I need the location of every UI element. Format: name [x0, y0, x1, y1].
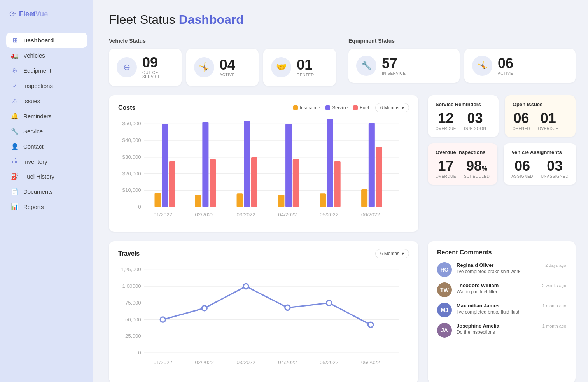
issues-icon: ⚠	[11, 97, 19, 105]
svg-text:05/2022: 05/2022	[320, 212, 338, 217]
svg-rect-29	[327, 119, 333, 207]
service-reminders-numbers: 12 OVERDUE 03 DUE SOON	[436, 111, 491, 131]
vehicle-status-card-2: 🤝 01 RENTED	[263, 49, 336, 86]
open-issues-opened: 06 OPENED	[513, 111, 530, 131]
sidebar-item-label: Inspections	[23, 82, 53, 89]
comments-list: RO Reginald Oliver 2 days ago I've compl…	[437, 262, 566, 338]
svg-text:$30,000: $30,000	[122, 154, 141, 160]
comment-text-0: I've completed brake shift work	[457, 269, 566, 274]
sidebar-item-fuel-history[interactable]: ⛽ Fuel History	[6, 169, 87, 184]
comment-body-3: Josephine Amelia 1 month ago Do the insp…	[457, 323, 566, 335]
sidebar-item-service[interactable]: 🔧 Service	[6, 124, 87, 139]
logo-text: FleetVue	[19, 10, 48, 18]
costs-dropdown[interactable]: 6 Months ▾	[375, 103, 409, 112]
inventory-icon: 🏛	[11, 158, 19, 165]
service-reminders-overdue: 12 OVERDUE	[436, 111, 456, 131]
comment-avatar-0: RO	[437, 262, 452, 277]
overdue-inspections-numbers: 17 OVERDUE 98% SCHEDULED	[436, 159, 490, 179]
sidebar-item-equipment[interactable]: ⚙ Equipment	[6, 63, 87, 78]
svg-rect-16	[195, 195, 201, 207]
sidebar-item-vehicles[interactable]: 🚛 Vehicles	[6, 48, 87, 63]
documents-icon: 📄	[11, 188, 19, 195]
legend-item-service: Service	[326, 105, 348, 110]
vehicles-icon: 🚛	[11, 52, 19, 59]
svg-text:$10,000: $10,000	[122, 187, 141, 193]
equipment-status-card-0: 🔧 57 IN SERVICE	[348, 49, 460, 83]
travels-dropdown[interactable]: 6 Months ▾	[375, 249, 409, 258]
costs-chart-header: Costs Insurance Service Fuel 6 Months ▾	[118, 103, 409, 112]
dashboard-icon: ⊞	[11, 37, 19, 44]
overdue-inspections-overdue: 17 OVERDUE	[436, 159, 456, 179]
svg-text:0: 0	[138, 350, 141, 356]
service-legend-dot	[326, 105, 330, 110]
comment-name-1: Theodore William	[457, 282, 499, 288]
contact-icon: 👤	[11, 143, 19, 150]
sidebar-item-inspections[interactable]: ✓ Inspections	[6, 78, 87, 93]
equipment-status-icon-0: 🔧	[356, 56, 376, 76]
sidebar-item-dashboard[interactable]: ⊞ Dashboard	[6, 33, 87, 48]
vehicle-assignments-assigned: 06 ASSIGNED	[511, 159, 533, 179]
sidebar-item-inventory[interactable]: 🏛 Inventory	[6, 154, 87, 169]
vehicle-status-number-0: 09	[142, 56, 174, 70]
comment-item-1: TW Theodore William 2 weeks ago Waiting …	[437, 282, 566, 297]
comment-avatar-1: TW	[437, 282, 452, 297]
panels-row-2: Overdue Inspections 17 OVERDUE 98% SCHED…	[428, 143, 576, 185]
svg-rect-21	[244, 121, 250, 207]
sidebar-item-documents[interactable]: 📄 Documents	[6, 184, 87, 199]
comment-name-2: Maximilian James	[457, 303, 500, 308]
svg-text:25,000: 25,000	[125, 333, 141, 339]
comment-avatar-3: JA	[437, 323, 452, 338]
sidebar-item-issues[interactable]: ⚠ Issues	[6, 93, 87, 109]
equipment-status-label: Equipment Status	[348, 38, 576, 44]
svg-rect-30	[334, 161, 341, 207]
comments-title: Recent Comments	[437, 249, 566, 256]
legend-item-insurance: Insurance	[293, 105, 320, 110]
overdue-inspections-card: Overdue Inspections 17 OVERDUE 98% SCHED…	[428, 143, 497, 185]
svg-rect-34	[376, 147, 382, 207]
fuel-legend-label: Fuel	[360, 105, 369, 110]
svg-text:01/2022: 01/2022	[154, 360, 172, 366]
svg-rect-26	[293, 159, 299, 207]
svg-rect-14	[169, 161, 175, 207]
comment-time-2: 1 month ago	[542, 303, 566, 308]
sidebar-item-contact[interactable]: 👤 Contact	[6, 139, 87, 154]
vehicle-status-section: Vehicle Status ⊖ 09 OUT OF SERVICE 🤸 04 …	[109, 38, 336, 86]
svg-rect-32	[361, 189, 368, 207]
insurance-legend-dot	[293, 105, 298, 110]
vehicle-status-icon-2: 🤝	[271, 57, 291, 77]
equipment-icon: ⚙	[11, 67, 19, 74]
svg-point-50	[243, 284, 248, 289]
svg-rect-18	[210, 159, 216, 207]
sidebar-item-label: Inventory	[23, 158, 47, 165]
fuel-history-icon: ⛽	[11, 173, 19, 180]
sidebar-item-label: Equipment	[23, 67, 51, 74]
fuel-legend-dot	[353, 105, 358, 110]
travels-chart-header: Travels 6 Months ▾	[118, 249, 409, 258]
sidebar: ⟳ FleetVue ⊞ Dashboard🚛 Vehicles⚙ Equipm…	[0, 0, 93, 382]
sidebar-item-reminders[interactable]: 🔔 Reminders	[6, 109, 87, 124]
comment-text-1: Waiting on fuel filter	[457, 289, 566, 294]
sidebar-item-label: Contact	[23, 143, 44, 150]
svg-rect-12	[155, 193, 161, 207]
main-content: Fleet Status Dashboard Vehicle Status ⊖ …	[93, 0, 588, 382]
vehicle-assignments-unassigned: 03 UNASSIGNED	[541, 159, 569, 179]
svg-text:04/2022: 04/2022	[278, 360, 297, 366]
right-panels: Service Reminders 12 OVERDUE 03 DUE SOON	[428, 95, 576, 232]
sidebar-item-label: Reminders	[23, 113, 52, 119]
svg-text:02/2022: 02/2022	[195, 212, 214, 217]
equipment-status-sub-1: ACTIVE	[498, 71, 513, 75]
svg-point-49	[202, 306, 207, 311]
comment-body-2: Maximilian James 1 month ago I've comple…	[457, 303, 566, 315]
comment-name-3: Josephine Amelia	[457, 323, 499, 329]
open-issues-numbers: 06 OPENED 01 OVERDUE	[513, 111, 568, 131]
svg-text:0: 0	[138, 204, 141, 210]
svg-text:03/2022: 03/2022	[236, 212, 255, 217]
comment-time-1: 2 weeks ago	[542, 283, 566, 288]
travels-chart-card: Travels 6 Months ▾ 1,25,000 1,00000 75,0…	[109, 241, 418, 382]
sidebar-item-label: Vehicles	[23, 52, 45, 59]
comment-item-2: MJ Maximilian James 1 month ago I've com…	[437, 303, 566, 317]
insurance-legend-label: Insurance	[300, 105, 320, 110]
svg-text:50,000: 50,000	[125, 317, 141, 322]
sidebar-item-reports[interactable]: 📊 Reports	[6, 199, 87, 214]
svg-text:06/2022: 06/2022	[361, 360, 380, 366]
